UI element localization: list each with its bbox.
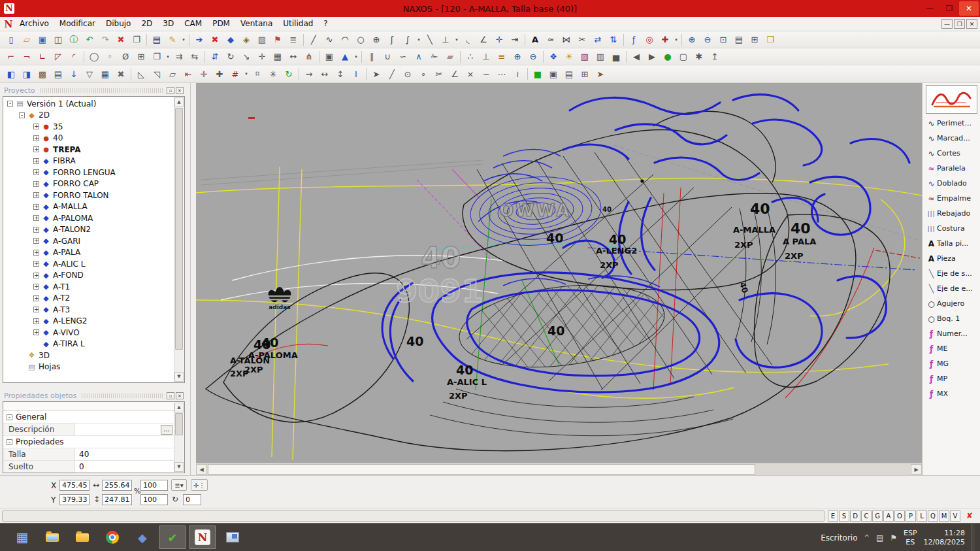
mdi-close-button[interactable]	[966, 19, 977, 29]
ibeam-icon[interactable]: I	[348, 67, 364, 81]
expand-toggle[interactable]: +	[33, 295, 39, 301]
stack2-icon[interactable]: ▤	[561, 67, 577, 81]
arc-icon[interactable]: ◠	[337, 33, 353, 47]
curve-icon[interactable]: ʃ	[384, 33, 400, 47]
tool-perimetro[interactable]: ∿ Perimet...	[923, 116, 980, 131]
dim-plus-icon[interactable]: ✛	[196, 67, 212, 81]
hatch-icon[interactable]: ▨	[254, 33, 270, 47]
tray-flag-icon[interactable]: ⚑	[890, 533, 897, 543]
comb-icon[interactable]: ≀	[510, 67, 525, 81]
properties-filter-row[interactable]	[3, 402, 174, 411]
property-row-talla[interactable]: Talla 40	[3, 448, 174, 461]
palette-icon[interactable]: ❖	[546, 50, 561, 64]
join-icon[interactable]: ∪	[380, 50, 395, 64]
scroll-up-icon[interactable]	[174, 97, 184, 107]
paint-icon[interactable]: ▧	[577, 50, 593, 64]
axis-icon[interactable]: ✛	[491, 33, 507, 47]
menu-cam[interactable]: CAM	[179, 17, 207, 31]
levels-icon[interactable]: ≣	[286, 33, 301, 47]
table-icon[interactable]: ▦	[97, 67, 113, 81]
dots-icon[interactable]: ⋯	[494, 67, 510, 81]
delete-icon[interactable]: ✖	[207, 33, 223, 47]
move-icon[interactable]: ✛	[254, 50, 270, 64]
round-corner-icon[interactable]: ◜	[66, 50, 82, 64]
redo-icon[interactable]: ↷	[97, 33, 113, 47]
tree-item-a-alic-l[interactable]: + ◆ A-ALIC L	[5, 258, 174, 270]
tool-mx[interactable]: ƒ MX	[923, 386, 980, 401]
triangle-icon[interactable]: ◸	[50, 50, 66, 64]
menu-ayuda[interactable]: ?	[318, 17, 333, 31]
tree-item-a-tira-l[interactable]: ◆ A-TIRA L	[5, 339, 174, 350]
expand-toggle[interactable]: +	[33, 318, 39, 324]
panel-grip[interactable]	[82, 393, 163, 398]
oval-icon[interactable]: ◯	[86, 50, 102, 64]
scroll-left-icon[interactable]	[196, 464, 207, 475]
small-dot-icon[interactable]: ∘	[416, 67, 431, 81]
grid-snap-icon[interactable]: ⌗	[250, 67, 265, 81]
green-square-icon[interactable]: ■	[530, 67, 546, 81]
open-file-icon[interactable]: ▱	[19, 33, 35, 47]
expand-toggle[interactable]: +	[33, 146, 39, 152]
key-l[interactable]: L	[917, 510, 927, 522]
tree-item-a-t2[interactable]: + ◆ A-T2	[5, 293, 174, 305]
tree-item-a-paloma[interactable]: + ◆ A-PALOMA	[5, 212, 174, 224]
target-icon[interactable]: ◎	[642, 33, 657, 47]
close-button[interactable]	[959, 1, 979, 16]
tool-me[interactable]: ƒ ME	[923, 341, 980, 356]
measure-icon[interactable]: ⇥	[507, 33, 523, 47]
insert-icon[interactable]: ➔	[191, 33, 207, 47]
panel-dock-icon[interactable]	[167, 392, 174, 399]
zoom-in-icon[interactable]: ⊕	[510, 50, 525, 64]
tree-item-40[interactable]: + ● 40	[5, 133, 174, 144]
expand-toggle[interactable]: +	[33, 250, 39, 256]
tool-empalme[interactable]: ≈ Empalme	[923, 191, 980, 206]
refresh-icon[interactable]: ↻	[281, 67, 297, 81]
function-icon[interactable]: ƒ	[626, 33, 642, 47]
tool-agujero[interactable]: ○ Agujero	[923, 296, 980, 311]
snip-icon[interactable]: ✂	[431, 67, 447, 81]
scrollbar-thumb[interactable]	[175, 413, 183, 435]
tri-right-icon[interactable]: ◹	[149, 67, 165, 81]
canvas-h-scrollbar[interactable]	[196, 463, 922, 475]
key-o[interactable]: O	[894, 510, 905, 522]
times-icon[interactable]: ×	[463, 67, 478, 81]
maximize-button[interactable]	[939, 1, 959, 16]
angle2-icon[interactable]: ∠	[447, 67, 463, 81]
peak-icon[interactable]: ∧	[411, 50, 427, 64]
taskbar-naxos-icon[interactable]	[189, 526, 216, 549]
wave-icon[interactable]: ≈	[543, 33, 559, 47]
rotate-icon[interactable]: ↻	[223, 50, 238, 64]
hash-icon[interactable]: #	[227, 67, 243, 81]
expand-toggle[interactable]: +	[33, 181, 39, 187]
minimize-button[interactable]	[920, 1, 939, 16]
tree-item-a-talon2[interactable]: + ◆ A-TALON2	[5, 224, 174, 236]
tool-marcado[interactable]: ∿ Marcad...	[923, 131, 980, 146]
menu-dibujo[interactable]: Dibujo	[101, 17, 136, 31]
tool-boquilla[interactable]: ○ Boq. 1	[923, 311, 980, 326]
mirror-icon[interactable]: ⇄	[590, 33, 606, 47]
scale-icon[interactable]: ↘	[238, 50, 254, 64]
properties-scrollbar[interactable]	[174, 403, 184, 472]
property-value-field[interactable]: 0	[75, 462, 174, 471]
clock[interactable]: 11:28 12/08/2025	[924, 529, 965, 547]
cut-icon[interactable]: ✖	[113, 33, 129, 47]
eraser-icon[interactable]: ▰	[442, 50, 458, 64]
stretch-icon[interactable]: ↔	[286, 50, 301, 64]
next-icon[interactable]: ▶	[644, 50, 660, 64]
expand-toggle[interactable]: -	[19, 112, 25, 118]
settings-icon[interactable]: ✱	[691, 50, 707, 64]
tree-item-a-vivo[interactable]: + ◆ A-VIVO	[5, 327, 174, 339]
tree-scrollbar[interactable]	[174, 97, 184, 382]
line-icon[interactable]: ╱	[306, 33, 321, 47]
rhombus-fill-icon[interactable]: ◈	[238, 33, 254, 47]
zoom-window-icon[interactable]: ⊡	[715, 33, 731, 47]
scissors-icon[interactable]: ✂	[574, 33, 590, 47]
key-v[interactable]: V	[950, 510, 960, 522]
scrollbar-thumb[interactable]	[208, 464, 755, 475]
expand-toggle[interactable]: +	[33, 204, 39, 210]
tree-root-version[interactable]: - ▤ Versión 1 (Actual)	[5, 98, 174, 110]
expand-toggle[interactable]: +	[33, 227, 39, 233]
taskbar-green-app-icon[interactable]	[159, 526, 186, 549]
tree-item-forro-cap[interactable]: + ◆ FORRO CAP	[5, 178, 174, 190]
stack-icon[interactable]: ▤	[50, 67, 66, 81]
